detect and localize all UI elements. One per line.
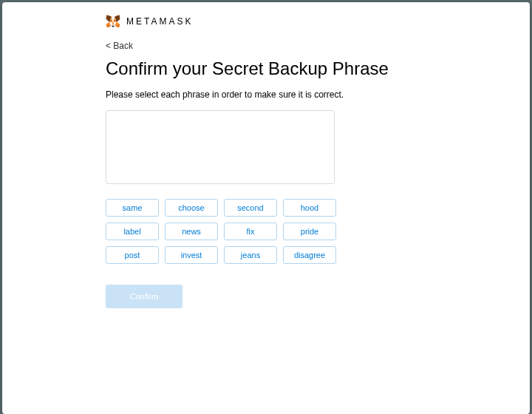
word-chip[interactable]: jeans bbox=[224, 246, 277, 264]
selected-phrase-box[interactable] bbox=[106, 110, 335, 184]
word-chip[interactable]: second bbox=[224, 199, 277, 217]
page-title: Confirm your Secret Backup Phrase bbox=[106, 58, 426, 79]
main-content: < Back Confirm your Secret Backup Phrase… bbox=[2, 41, 530, 308]
word-chip[interactable]: invest bbox=[165, 246, 218, 264]
word-chip[interactable]: post bbox=[106, 246, 159, 264]
word-chip[interactable]: hood bbox=[283, 199, 336, 217]
header: METAMASK bbox=[2, 14, 530, 41]
back-button[interactable]: < Back bbox=[106, 41, 426, 51]
confirm-button[interactable]: Confirm bbox=[106, 285, 183, 308]
word-chip[interactable]: news bbox=[165, 223, 218, 240]
svg-marker-12 bbox=[112, 22, 115, 26]
word-chip[interactable]: same bbox=[106, 199, 159, 217]
word-grid: same choose second hood label news fix p… bbox=[106, 199, 426, 264]
app-window: METAMASK < Back Confirm your Secret Back… bbox=[2, 2, 530, 414]
word-chip[interactable]: fix bbox=[224, 223, 277, 240]
svg-marker-13 bbox=[112, 26, 115, 27]
word-chip[interactable]: choose bbox=[165, 199, 218, 217]
word-chip[interactable]: label bbox=[106, 223, 159, 240]
word-chip[interactable]: pride bbox=[283, 223, 336, 240]
page-subtitle: Please select each phrase in order to ma… bbox=[106, 89, 426, 100]
word-chip[interactable]: disagree bbox=[283, 246, 336, 264]
svg-marker-6 bbox=[110, 24, 112, 27]
brand-name: METAMASK bbox=[126, 16, 193, 27]
metamask-fox-icon bbox=[106, 14, 120, 29]
